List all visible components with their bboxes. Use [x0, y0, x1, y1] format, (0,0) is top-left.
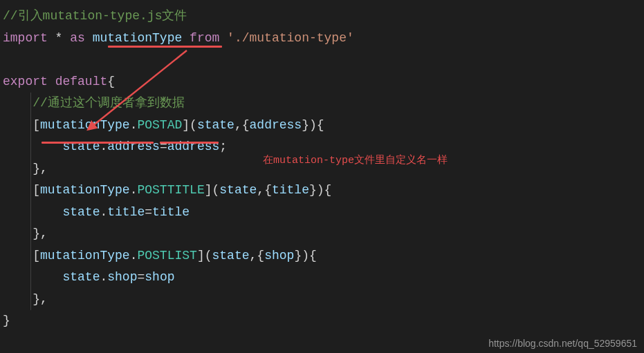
code-line-13: state.shop=shop — [3, 267, 644, 289]
prop-POSTAD: POSTAD — [137, 118, 182, 132]
code-line-14: }, — [3, 289, 644, 311]
code-line-1: //引入mutation-type.js文件 — [3, 6, 644, 28]
keyword-as: as — [70, 31, 85, 45]
keyword-import: import — [3, 31, 48, 45]
code-line-blank — [3, 49, 644, 71]
code-line-2: import * as mutationType from './mutatio… — [3, 28, 644, 50]
annotation-text: 在mutation-type文件里自定义名一样 — [263, 153, 448, 166]
code-line-4: export default{ — [3, 71, 644, 93]
underline-annotation-2 — [42, 142, 154, 144]
code-line-12: [mutationType.POSTLIST](state,{shop}){ — [3, 245, 644, 267]
comment-text-2: //通过这个调度者拿到数据 — [33, 96, 185, 110]
code-line-6: [mutationType.POSTAD](state,{address}){ — [3, 115, 644, 137]
code-line-15: } — [3, 310, 644, 332]
prop-POSTLIST: POSTLIST — [137, 249, 196, 263]
watermark-text: https://blog.csdn.net/qq_52959651 — [488, 338, 637, 349]
prop-POSTTITLE: POSTTITLE — [137, 183, 204, 197]
brace-open: { — [107, 75, 115, 88]
underline-annotation-1 — [108, 46, 222, 48]
keyword-from: from — [190, 31, 219, 45]
code-line-11: }, — [3, 223, 644, 245]
star: * — [48, 31, 70, 45]
code-line-10: state.title=title — [3, 202, 644, 224]
underline-annotation-3 — [160, 142, 219, 144]
ident-mutationType: mutationType — [40, 118, 130, 132]
string-path: './mutation-type' — [227, 31, 354, 45]
keyword-export: export — [3, 75, 48, 88]
code-line-5: //通过这个调度者拿到数据 — [3, 93, 644, 115]
ident-mutationType: mutationType — [93, 31, 183, 45]
comment-text: //引入mutation-type.js文件 — [3, 9, 187, 23]
keyword-default: default — [55, 75, 108, 88]
code-line-9: [mutationType.POSTTITLE](state,{title}){ — [3, 180, 644, 202]
